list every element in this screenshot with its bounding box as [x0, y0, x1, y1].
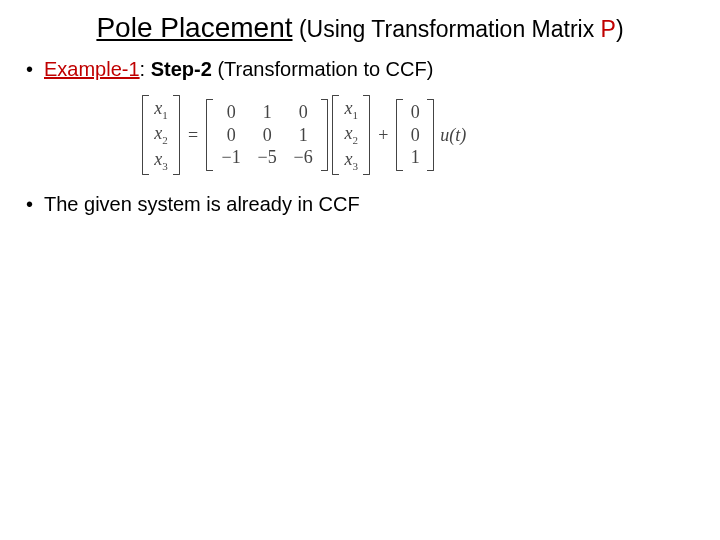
title-main: Pole Placement — [96, 12, 292, 43]
bracket-left-icon — [332, 95, 339, 175]
bullet-list-2: The given system is already in CCF — [22, 193, 698, 216]
bracket-right-icon — [363, 95, 370, 175]
plus-sign: + — [374, 125, 392, 146]
title-variable-P: P — [601, 16, 616, 42]
bullet-list: Example-1: Step-2 (Transformation to CCF… — [22, 58, 698, 81]
slide-title: Pole Placement (Using Transformation Mat… — [22, 12, 698, 44]
step-label: Step-2 — [151, 58, 212, 80]
bracket-left-icon — [396, 99, 403, 171]
bracket-right-icon — [173, 95, 180, 175]
equals-sign: = — [184, 125, 202, 146]
B-vector: 0 0 1 — [396, 99, 434, 171]
bracket-right-icon — [427, 99, 434, 171]
example-label: Example-1 — [44, 58, 140, 80]
bullet-ccf-note: The given system is already in CCF — [22, 193, 698, 216]
state-space-equation: xx11 x2 x3 = 0 0 −1 1 0 −5 0 1 −6 — [142, 95, 698, 175]
bullet-example-step: Example-1: Step-2 (Transformation to CCF… — [22, 58, 698, 81]
lhs-state-vector: xx11 x2 x3 — [142, 95, 180, 175]
input-u: u(t) — [438, 125, 466, 146]
slide: Pole Placement (Using Transformation Mat… — [0, 0, 720, 540]
title-subtitle: (Using Transformation Matrix P) — [293, 16, 624, 42]
step-desc: (Transformation to CCF) — [212, 58, 434, 80]
A-matrix: 0 0 −1 1 0 −5 0 1 −6 — [206, 99, 328, 171]
bracket-right-icon — [321, 99, 328, 171]
bracket-left-icon — [206, 99, 213, 171]
state-vector: x1 x2 x3 — [332, 95, 370, 175]
bracket-left-icon — [142, 95, 149, 175]
